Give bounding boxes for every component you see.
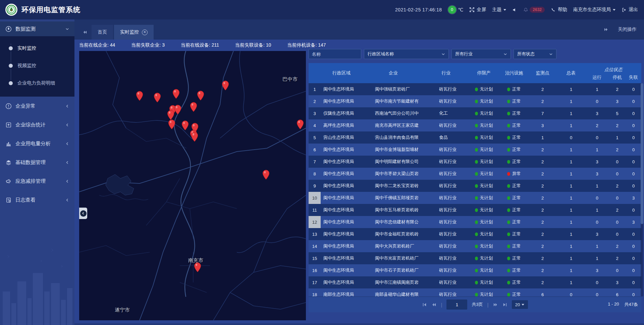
cell-pollution-facility: 正常: [500, 131, 528, 144]
next-page-button[interactable]: [493, 302, 498, 307]
page-title: 环保用电监管系统: [21, 5, 80, 14]
table-scrollbar[interactable]: [641, 83, 643, 296]
map-pin-14[interactable]: [297, 119, 304, 129]
table-row[interactable]: 1阆中生态环境局阆中强锐页岩砖厂砖瓦行业无计划正常21120: [309, 83, 641, 95]
table-row[interactable]: 14阆中生态环境局阆中大兴页岩机砖厂砖瓦行业无计划正常21120: [309, 240, 641, 252]
table-row[interactable]: 6阆中生态环境局阆中市金博瑞新型墙材砖瓦行业无计划正常21120: [309, 144, 641, 156]
map-collapse-button[interactable]: [79, 208, 87, 219]
cell-industry: 砖瓦行业: [424, 119, 468, 131]
prev-page-button[interactable]: [431, 302, 436, 307]
tab-0[interactable]: 首页: [92, 25, 113, 40]
chevron-left-icon: [65, 198, 69, 202]
sidebar-item-0-0[interactable]: 实时监控: [0, 40, 74, 57]
map-pin-15[interactable]: [262, 170, 270, 180]
fullscreen-button[interactable]: 全屏: [469, 7, 486, 13]
tab-scroll-left-button[interactable]: [79, 25, 91, 40]
status-filter-select[interactable]: 所有状态: [514, 49, 556, 59]
table-row[interactable]: 11阆中生态环境局阆中市五马桥页岩机砖砖瓦行业无计划正常21120: [309, 204, 641, 216]
sidebar-group-0[interactable]: 数据监测: [0, 21, 74, 36]
logout-button[interactable]: 退出: [622, 7, 638, 13]
cell-running: 1: [585, 83, 609, 95]
status-dot: [475, 112, 478, 115]
table-row[interactable]: 8阆中生态环境局阆中市枣碧大梁山页岩砖瓦行业无计划异常21300: [309, 168, 641, 180]
map-pin-4[interactable]: [222, 80, 229, 91]
stat-4: 当前停机设备: 147: [287, 42, 326, 48]
name-filter-input[interactable]: [309, 49, 361, 59]
map-pin-13[interactable]: [191, 132, 198, 142]
help-button[interactable]: 帮助: [551, 7, 567, 13]
column-header-3: 停限产: [468, 63, 500, 83]
mute-button[interactable]: [512, 7, 517, 12]
sidebar-item-0-1[interactable]: 视频监控: [0, 57, 74, 74]
app-logo-icon: [5, 4, 17, 16]
map-pin-9[interactable]: [168, 119, 175, 129]
tab-1[interactable]: 实时监控✕: [114, 25, 154, 40]
table-row[interactable]: 2阆中生态环境局阆中市南方节能建材有砖瓦行业无计划正常21030: [309, 95, 641, 107]
cell-production-limit: 无计划: [468, 288, 500, 296]
table-row[interactable]: 9阆中生态环境局阆中市二龙长宝页岩砖砖瓦行业无计划正常21120: [309, 180, 641, 192]
map-panel[interactable]: 巴中市南充市遂宁市: [79, 51, 306, 320]
status-dot: [475, 136, 478, 140]
map-pin-3[interactable]: [197, 91, 204, 101]
org-dropdown[interactable]: 南充市生态环境局: [573, 7, 615, 13]
map-pin-16[interactable]: [194, 262, 201, 272]
table-row[interactable]: 7阆中生态环境局阆中明阳建材有限公司砖瓦行业无计划正常21300: [309, 156, 641, 168]
table-row[interactable]: 10阆中生态环境局阆中千佛镇五郎垭页岩砖瓦行业无计划正常21003: [309, 192, 641, 204]
cell-pollution-facility: 正常: [500, 252, 528, 264]
scrollbar-thumb[interactable]: [641, 83, 643, 224]
table-row[interactable]: 3仪陇生态环境局西南油气田分公司川中化工无计划正常71350: [309, 107, 641, 119]
cell-stopped: 3: [609, 95, 626, 107]
table-row[interactable]: 16阆中生态环境局阆中市石子页岩机砖厂砖瓦行业无计划正常21300: [309, 264, 641, 276]
table-row[interactable]: 4高坪生态环境局南充市高坪区王家店建砖瓦行业无计划正常31220: [309, 119, 641, 131]
cell-pollution-facility-label: 正常: [512, 255, 521, 261]
table-row[interactable]: 17阆中生态环境局阆中市江南镇阆南页岩砖瓦行业无计划正常21030: [309, 276, 641, 288]
status-dot: [507, 100, 510, 103]
sidebar-group-2[interactable]: 企业综合统计: [0, 115, 74, 134]
cell-company: 阆中强锐页岩砖厂: [362, 83, 424, 95]
close-icon[interactable]: ✕: [142, 30, 148, 35]
cell-index: 11: [309, 204, 321, 216]
cell-region: 南部生态环境局: [321, 288, 362, 296]
layers-icon: [5, 159, 12, 166]
map-pin-1[interactable]: [154, 93, 161, 103]
table-row[interactable]: 12阆中生态环境局阆中市忠信建材有限公砖瓦行业无计划正常21003: [309, 216, 641, 228]
last-page-button[interactable]: [502, 302, 507, 307]
table-row[interactable]: 5营山生态环境局营山县润丰肉食品有限食品无计划正常10010: [309, 131, 641, 144]
range-label: 1 - 20: [608, 302, 619, 308]
region-filter-select[interactable]: 行政区域名称: [364, 49, 449, 59]
map-pin-7[interactable]: [167, 110, 174, 120]
industry-filter-select[interactable]: 所有行业: [451, 49, 511, 59]
map-pin-10[interactable]: [181, 120, 189, 130]
cell-monitor-points: 6: [528, 288, 557, 296]
table-row[interactable]: 18南部生态环境局南部县砌华山建材有限砖瓦行业无计划正常60060: [309, 288, 641, 296]
first-page-button[interactable]: [422, 302, 427, 307]
table-row[interactable]: 15阆中生态环境局阆中市光富页岩机砖厂砖瓦行业无计划正常21120: [309, 252, 641, 264]
sidebar-group-4[interactable]: 基础数据管理: [0, 153, 74, 172]
tab-scroll-right-button[interactable]: [604, 27, 608, 32]
cell-stopped: 0: [609, 156, 626, 168]
cell-monitor-points: 1: [528, 131, 557, 144]
cell-region: 阆中生态环境局: [321, 216, 362, 228]
submenu-dot-icon: [9, 81, 13, 85]
column-header-sub-1: 停机: [609, 73, 626, 83]
cell-production-limit-label: 无计划: [480, 98, 493, 104]
notifications-button[interactable]: 2632: [523, 7, 545, 13]
page-size-select[interactable]: 20: [512, 300, 528, 309]
page-number-input[interactable]: [446, 300, 467, 310]
theme-dropdown[interactable]: 主题: [492, 7, 506, 13]
close-operations-button[interactable]: 关闭操作: [618, 26, 637, 33]
map-pin-6[interactable]: [174, 105, 181, 115]
cell-total-meters: 1: [557, 107, 585, 119]
map-pin-0[interactable]: [136, 91, 143, 101]
sidebar-group-1[interactable]: 企业异常: [0, 97, 74, 115]
sidebar-group-5[interactable]: 应急减排管理: [0, 172, 74, 191]
sidebar-group-6[interactable]: 日志查看: [0, 191, 74, 209]
table-row[interactable]: 13阆中生态环境局阆中市金福旺页岩机砖砖瓦行业无计划正常21300: [309, 228, 641, 240]
status-dot: [475, 124, 478, 127]
sidebar-item-0-2[interactable]: 企业电力负荷明细: [0, 74, 74, 92]
status-dot: [475, 184, 478, 188]
map-pin-2[interactable]: [172, 89, 180, 99]
cell-production-limit-label: 无计划: [480, 195, 493, 201]
map-pin-8[interactable]: [190, 102, 197, 112]
sidebar-group-3[interactable]: 企业用电量分析: [0, 134, 74, 153]
